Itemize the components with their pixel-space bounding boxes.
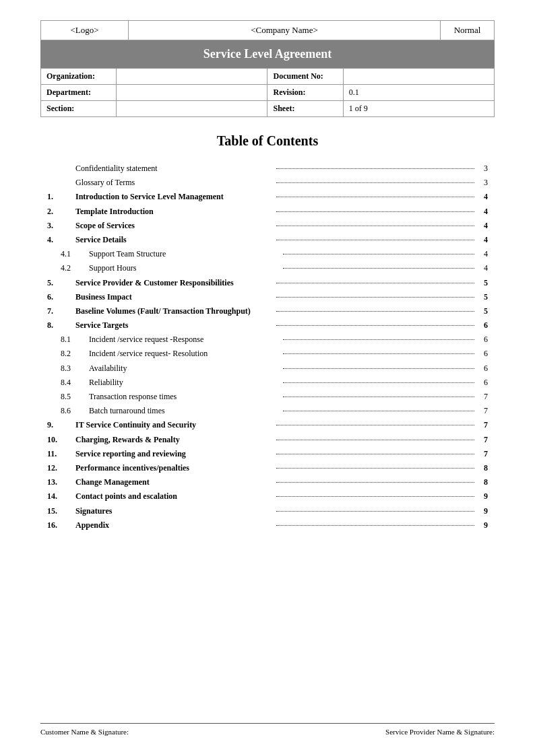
toc-page: 8 <box>477 462 488 475</box>
toc-page: 5 <box>477 291 488 304</box>
org-label: Organization: <box>41 69 117 85</box>
toc-title: Charging, Rewards & Penalty <box>75 434 274 446</box>
toc-container: Confidentiality statement3Glossary of Te… <box>40 162 495 532</box>
toc-page: 6 <box>477 376 488 389</box>
toc-number: 16. <box>47 519 75 532</box>
toc-entry: 4.Service Details4 <box>47 234 488 246</box>
logo-cell: <Logo> <box>41 21 129 40</box>
toc-page: 7 <box>477 405 488 417</box>
toc-number: 5. <box>47 277 75 289</box>
toc-entry: 13.Change Management8 <box>47 476 488 489</box>
toc-dots <box>283 339 474 340</box>
dept-label: Department: <box>41 85 117 101</box>
toc-title: Reliability <box>89 376 280 389</box>
revision-label: Revision: <box>268 85 343 101</box>
toc-number: 8.1 <box>61 333 89 346</box>
toc-dots <box>276 511 474 512</box>
toc-dots <box>276 440 474 440</box>
footer: Customer Name & Signature: Service Provi… <box>40 723 495 736</box>
toc-number: 15. <box>47 505 75 518</box>
docno-label: Document No: <box>268 69 343 85</box>
toc-title: Template Introduction <box>75 205 274 218</box>
toc-entry: 8.5Transaction response times7 <box>47 390 488 403</box>
toc-title: Incident /service request- Resolution <box>89 347 280 360</box>
toc-dots <box>276 454 474 454</box>
toc-page: 4 <box>477 191 488 203</box>
toc-title: Glossary of Terms <box>75 176 274 189</box>
toc-entry: 8.3Availability6 <box>47 362 488 375</box>
toc-number: 8.4 <box>61 376 89 389</box>
header-table: <Logo> <Company Name> Normal <box>40 20 495 40</box>
toc-page: 8 <box>477 476 488 489</box>
toc-title: Incident /service request -Response <box>89 333 280 346</box>
toc-entry: 5.Service Provider & Customer Responsibi… <box>47 277 488 289</box>
toc-entry: 14.Contact points and escalation9 <box>47 490 488 503</box>
toc-dots <box>283 268 474 269</box>
toc-page: 7 <box>477 419 488 432</box>
toc-entry: 8.6Batch turnaround times7 <box>47 405 488 417</box>
toc-dots <box>276 182 474 183</box>
toc-number: 4. <box>47 234 75 246</box>
toc-number: 6. <box>47 291 75 304</box>
toc-entry: 4.2Support Hours4 <box>47 262 488 275</box>
toc-number: 1. <box>47 191 75 203</box>
org-value <box>117 69 268 85</box>
toc-title: Confidentiality statement <box>75 162 274 175</box>
toc-title: Batch turnaround times <box>89 405 280 417</box>
toc-dots <box>283 411 474 411</box>
toc-number: 4.2 <box>61 262 89 275</box>
toc-dots <box>276 240 474 240</box>
toc-dots <box>276 283 474 283</box>
toc-page: 6 <box>477 362 488 375</box>
toc-page: 7 <box>477 390 488 403</box>
toc-page: 3 <box>477 176 488 189</box>
toc-number: 8.2 <box>61 347 89 360</box>
toc-number: 8.6 <box>61 405 89 417</box>
toc-number: 8.3 <box>61 362 89 375</box>
toc-number: 11. <box>47 448 75 460</box>
toc-heading: Table of Contents <box>40 133 495 149</box>
section-value <box>117 101 268 117</box>
docno-value <box>343 69 494 85</box>
toc-dots <box>283 353 474 354</box>
toc-page: 6 <box>477 347 488 360</box>
toc-number: 8. <box>47 319 75 332</box>
toc-number: 9. <box>47 419 75 432</box>
toc-page: 4 <box>477 234 488 246</box>
toc-entry: 4.1Support Team Structure4 <box>47 248 488 261</box>
toc-number: 3. <box>47 219 75 232</box>
toc-dots <box>276 496 474 497</box>
toc-dots <box>276 297 474 298</box>
toc-dots <box>283 397 474 397</box>
info-table: Organization: Document No: Department: R… <box>40 68 495 117</box>
toc-dots <box>276 525 474 526</box>
toc-entry: 6.Business Impact5 <box>47 291 488 304</box>
toc-dots <box>276 168 474 169</box>
info-row-3: Section: Sheet: 1 of 9 <box>41 101 495 117</box>
provider-signature: Service Provider Name & Signature: <box>385 728 495 736</box>
toc-page: 4 <box>477 205 488 218</box>
toc-dots <box>276 197 474 197</box>
toc-number: 14. <box>47 490 75 503</box>
toc-title: Support Team Structure <box>89 248 280 261</box>
toc-page: 7 <box>477 448 488 460</box>
toc-dots <box>276 425 474 425</box>
toc-entry: 2.Template Introduction4 <box>47 205 488 218</box>
toc-number: 4.1 <box>61 248 89 261</box>
toc-title: Service Targets <box>75 319 274 332</box>
toc-dots <box>283 382 474 383</box>
toc-entry: 8.4Reliability6 <box>47 376 488 389</box>
toc-title: Transaction response times <box>89 390 280 403</box>
toc-page: 5 <box>477 305 488 318</box>
toc-entry: 1.Introduction to Service Level Manageme… <box>47 191 488 203</box>
toc-dots <box>276 325 474 326</box>
toc-page: 9 <box>477 490 488 503</box>
toc-number: 8.5 <box>61 390 89 403</box>
toc-dots <box>276 311 474 312</box>
toc-entry: 12.Performance incentives/penalties8 <box>47 462 488 475</box>
toc-page: 4 <box>477 219 488 232</box>
dept-value <box>117 85 268 101</box>
toc-number: 10. <box>47 434 75 446</box>
toc-entry: Glossary of Terms3 <box>47 176 488 189</box>
toc-page: 6 <box>477 333 488 346</box>
